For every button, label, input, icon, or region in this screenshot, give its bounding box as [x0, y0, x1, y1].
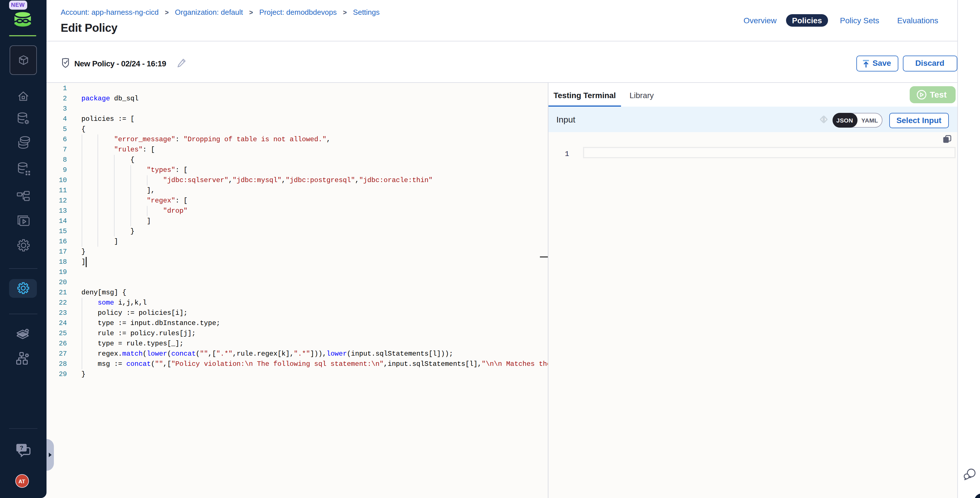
- svg-text:?: ?: [19, 444, 23, 451]
